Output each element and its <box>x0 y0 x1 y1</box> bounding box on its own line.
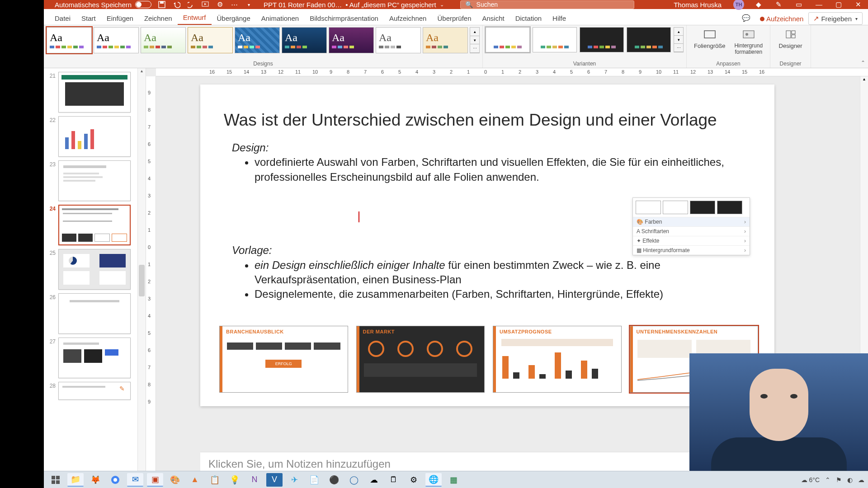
avatar[interactable]: TH <box>733 0 744 10</box>
telegram-icon[interactable]: ✈ <box>286 473 302 487</box>
tab-start[interactable]: Start <box>76 12 101 25</box>
mini-menu-effects[interactable]: ✦ Effekte› <box>633 236 750 245</box>
edge-icon[interactable]: 🌐 <box>425 473 442 487</box>
collapse-ribbon-icon[interactable]: ⌃ <box>861 60 865 66</box>
variant-tile-3[interactable] <box>580 27 624 52</box>
obs-icon[interactable]: ⚫ <box>326 473 342 487</box>
mini-menu-fonts[interactable]: A Schriftarten› <box>633 226 750 236</box>
app-icon-1[interactable]: 🎨 <box>167 473 183 487</box>
mini-menu-backgrounds[interactable]: ▦ Hintergrundformate› <box>633 245 750 255</box>
qat-dropdown-icon[interactable]: ▾ <box>245 0 253 9</box>
tab-datei[interactable]: Datei <box>49 12 76 25</box>
redo-icon[interactable] <box>187 0 195 9</box>
theme-tile-8[interactable]: Aa <box>376 27 421 53</box>
tab-ansicht[interactable]: Ansicht <box>477 12 510 25</box>
theme-tile-9[interactable]: Aa <box>423 27 468 53</box>
designer-button[interactable]: Designer <box>773 27 808 51</box>
tab-hilfe[interactable]: Hilfe <box>547 12 571 25</box>
slide-thumb-25[interactable]: 25 <box>45 247 145 291</box>
tab-dictation[interactable]: Dictation <box>510 12 547 25</box>
chrome-icon[interactable] <box>107 473 123 487</box>
diamond-icon[interactable]: ◆ <box>756 0 764 9</box>
tab-einfuegen[interactable]: Einfügen <box>101 12 139 25</box>
theme-tile-6[interactable]: Aa <box>282 27 327 53</box>
template-1[interactable]: BRANCHENAUSBLICK ERFOLG <box>219 326 348 393</box>
powerpoint-icon[interactable]: ▣ <box>147 473 163 487</box>
start-button[interactable] <box>47 473 64 487</box>
variants-gallery-expand[interactable]: ▴▾⋯ <box>674 27 684 52</box>
tools-icon[interactable]: ⚙ <box>216 0 224 9</box>
scroll-thumb[interactable] <box>139 265 145 296</box>
scroll-up-icon[interactable]: ▴ <box>138 68 146 75</box>
search-input[interactable]: 🔍 Suchen <box>460 0 634 9</box>
firefox-icon[interactable]: 🦊 <box>87 473 104 487</box>
slide-thumb-28[interactable]: 28✎ <box>45 380 145 402</box>
tab-zeichnen[interactable]: Zeichnen <box>139 12 178 25</box>
pen-icon[interactable]: ✎ <box>776 0 784 9</box>
theme-tile-3[interactable]: Aa <box>141 27 186 53</box>
outlook-icon[interactable]: ✉ <box>127 473 143 487</box>
template-2[interactable]: DER MARKT <box>356 326 485 393</box>
theme-tile-1[interactable]: Aa <box>47 27 92 53</box>
mini-menu-colors[interactable]: 🎨 Farben› <box>633 217 750 226</box>
minimize-icon[interactable]: — <box>816 0 824 9</box>
chevron-down-icon[interactable]: ⌄ <box>440 2 444 8</box>
theme-tile-4[interactable]: Aa <box>188 27 233 53</box>
slide-thumb-21[interactable]: 21 <box>45 70 145 114</box>
save-icon[interactable] <box>158 0 166 9</box>
app-icon-3[interactable]: 💡 <box>226 473 243 487</box>
user-name-label[interactable]: Thomas Hruska <box>674 1 722 9</box>
app-icon-2[interactable]: 📋 <box>207 473 223 487</box>
weather-widget[interactable]: ☁ 6°C <box>801 476 820 483</box>
excel-icon[interactable]: ▦ <box>445 473 462 487</box>
scroll-up-icon[interactable]: ▴ <box>860 76 868 81</box>
slide-thumb-26[interactable]: 26 <box>45 291 145 336</box>
tab-uebergaenge[interactable]: Übergänge <box>212 12 256 25</box>
tray-overflow-icon[interactable]: ⌃ <box>825 476 830 483</box>
close-icon[interactable]: ✕ <box>855 0 863 9</box>
settings-icon[interactable]: ⚙ <box>406 473 422 487</box>
window-icon[interactable]: ▭ <box>796 0 804 9</box>
tab-aufzeichnen[interactable]: Aufzeichnen <box>384 12 432 25</box>
tab-animationen[interactable]: Animationen <box>256 12 304 25</box>
thumb-scrollbar[interactable]: ▴ ▾ <box>137 68 146 477</box>
share-button[interactable]: ↗Freigeben▾ <box>808 12 863 25</box>
qat-overflow-icon[interactable]: ⋯ <box>230 0 238 9</box>
slide-thumb-22[interactable]: 22 <box>45 114 145 159</box>
app-icon-7[interactable]: 🗒 <box>386 473 402 487</box>
slide-thumb-23[interactable]: 23 <box>45 159 145 203</box>
slide-thumb-24[interactable]: 24 <box>45 203 145 247</box>
slide-thumb-27[interactable]: 27 <box>45 336 145 380</box>
undo-icon[interactable] <box>172 0 180 9</box>
variant-tile-1[interactable] <box>486 27 530 52</box>
onenote-icon[interactable]: N <box>246 473 263 487</box>
app-icon-6[interactable]: ☁ <box>366 473 382 487</box>
tab-entwurf[interactable]: Entwurf <box>178 11 212 25</box>
start-from-beginning-icon[interactable] <box>201 0 209 9</box>
document-title[interactable]: PPT 01 Roter Faden 00… • Auf „diesem PC“… <box>264 1 444 9</box>
themes-gallery-expand[interactable]: ▴▾⋯ <box>470 27 480 53</box>
autosave-switch[interactable] <box>135 1 151 8</box>
app-icon-v[interactable]: V <box>266 473 283 487</box>
theme-tile-5[interactable]: Aa <box>235 27 280 53</box>
tray-icon-1[interactable]: ⚑ <box>836 476 842 483</box>
explorer-icon[interactable]: 📁 <box>67 473 84 487</box>
vlc-icon[interactable]: ▲ <box>187 473 203 487</box>
template-3[interactable]: UMSATZPROGNOSE <box>493 326 622 393</box>
comments-icon[interactable]: 💬 <box>737 11 755 25</box>
theme-tile-2[interactable]: Aa <box>94 27 139 53</box>
app-icon-4[interactable]: 📄 <box>306 473 322 487</box>
record-button[interactable]: Aufzeichnen <box>755 13 809 25</box>
slide-title[interactable]: Was ist der Unterschied zwischen einem D… <box>200 84 774 130</box>
tray-icon-2[interactable]: ◐ <box>847 476 853 483</box>
variant-tile-4[interactable] <box>627 27 671 52</box>
tab-ueberpruefen[interactable]: Überprüfen <box>432 12 476 25</box>
slide-canvas[interactable]: Was ist der Unterschied zwischen einem D… <box>200 84 774 406</box>
variant-tile-2[interactable] <box>533 27 577 52</box>
tab-praesentation[interactable]: Bildschirmpräsentation <box>304 12 384 25</box>
theme-tile-7[interactable]: Aa <box>329 27 374 53</box>
maximize-icon[interactable]: ▢ <box>835 0 844 9</box>
app-icon-5[interactable]: ◯ <box>346 473 362 487</box>
autosave-toggle[interactable]: Automatisches Speichern <box>55 1 151 9</box>
tray-icon-3[interactable]: ☁ <box>858 476 864 483</box>
